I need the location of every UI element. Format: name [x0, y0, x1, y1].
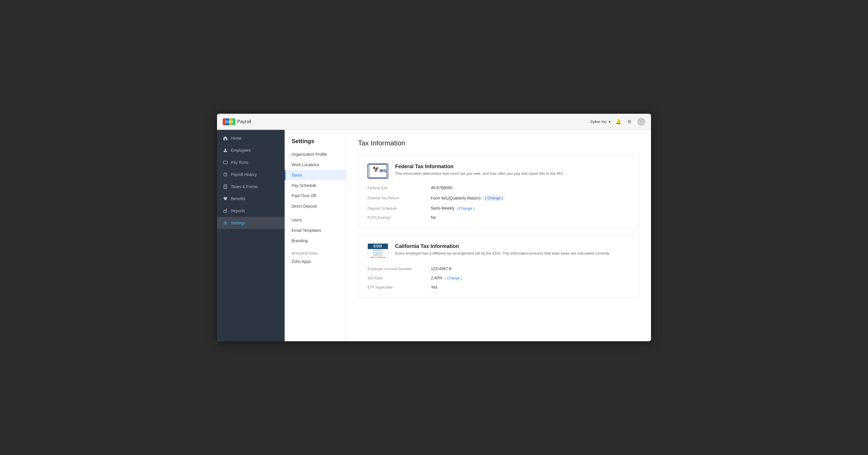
integrations-section-label: INTEGRATIONS [285, 249, 346, 256]
sidebar-item-payroll-history[interactable]: Payroll History [217, 168, 285, 180]
company-dropdown-icon: ▾ [609, 119, 611, 124]
edd-logo: EDD EmploymentDevelopmentDepartment Stat… [368, 243, 388, 258]
sidebar-item-taxes-forms[interactable]: Taxes & Forms [217, 180, 285, 193]
sidebar-label-benefits: Benefits [231, 196, 246, 201]
ett-applicable-row: ETT Applicable Yes [368, 285, 630, 289]
settings-sidebar: Settings Organization Profile Work Locat… [285, 130, 346, 341]
avatar[interactable] [637, 118, 645, 126]
zoho-logo: ZOHO [223, 118, 236, 125]
settings-nav-taxes[interactable]: Taxes [285, 170, 346, 180]
federal-tax-return-label: Federal Tax Return [368, 196, 431, 200]
federal-tax-card: 🦅 IRS Federal Tax Information This infor… [358, 155, 640, 228]
futa-exempt-label: FUTA Exempt [368, 216, 431, 220]
federal-ein-row: Federal EIN 45-6789090 [368, 186, 630, 190]
federal-tax-return-row: Federal Tax Return Form 941(Quarterly Re… [368, 195, 630, 201]
settings-nav-branding[interactable]: Branding [285, 235, 346, 246]
top-nav: ZOHO Payroll Zylker Inc. ▾ 🔔 ⚙ [217, 114, 651, 130]
california-description: Every employer has a different tax arran… [395, 251, 610, 255]
company-selector[interactable]: Zylker Inc. ▾ [590, 119, 611, 124]
california-fields: Employer Account Number 123-4567-8 SUI R… [368, 266, 630, 289]
edd-top: EDD [368, 243, 388, 249]
ett-applicable-label: ETT Applicable [368, 285, 431, 289]
sidebar-item-settings[interactable]: Settings [217, 217, 285, 229]
edd-bottom-text: EmploymentDevelopmentDepartment [373, 250, 383, 256]
sidebar-item-home[interactable]: Home [217, 132, 285, 144]
federal-description: This information determines how much tax… [395, 171, 564, 176]
main-content: Tax Information 🦅 IRS [346, 130, 651, 341]
deposit-schedule-label: Deposit Schedule [368, 206, 431, 210]
benefits-icon [223, 196, 228, 201]
main-layout: Home Employees Pay Runs Payroll History [217, 130, 651, 341]
sui-rate-label: SUI Rate [368, 276, 431, 280]
irs-logo: 🦅 IRS [368, 164, 388, 178]
futa-exempt-value: No [431, 215, 436, 220]
ett-applicable-value: Yes [431, 285, 437, 289]
settings-nav-zoho-apps[interactable]: Zoho Apps [285, 256, 346, 267]
top-nav-left: ZOHO Payroll [223, 118, 251, 125]
app-title: Payroll [237, 119, 251, 124]
california-card-header: EDD EmploymentDevelopmentDepartment Stat… [368, 243, 630, 259]
federal-tax-return-change-wrapper: ( Change ) [480, 195, 505, 201]
edd-state-text: State of California [370, 256, 385, 258]
edd-bottom: EmploymentDevelopmentDepartment State of… [369, 249, 386, 258]
employer-account-row: Employer Account Number 123-4567-8 [368, 266, 630, 271]
svg-point-9 [225, 222, 226, 224]
federal-fields: Federal EIN 45-6789090 Federal Tax Retur… [368, 186, 630, 220]
sidebar-label-reports: Reports [231, 208, 245, 213]
svg-text:IRS: IRS [380, 168, 387, 173]
sidebar-label-taxes-forms: Taxes & Forms [231, 184, 257, 189]
settings-nav-paid-time-off[interactable]: Paid Time Off [285, 191, 346, 201]
federal-tax-return-change[interactable]: ( Change ) [485, 196, 503, 200]
top-nav-right: Zylker Inc. ▾ 🔔 ⚙ [590, 118, 645, 126]
app-window: ZOHO Payroll Zylker Inc. ▾ 🔔 ⚙ Home [217, 114, 651, 341]
settings-nav-email-templates[interactable]: Email Templates [285, 225, 346, 235]
deposit-schedule-value: Semi-Weekly [431, 206, 455, 210]
deposit-schedule-row: Deposit Schedule Semi-Weekly ( Change ) [368, 206, 630, 210]
california-card-info: California Tax Information Every employe… [395, 243, 610, 255]
svg-rect-6 [223, 161, 227, 164]
employees-icon [223, 148, 228, 153]
sidebar-label-payroll-history: Payroll History [231, 172, 257, 177]
federal-card-header: 🦅 IRS Federal Tax Information This infor… [368, 164, 630, 178]
california-heading: California Tax Information [395, 243, 610, 249]
sui-rate-change[interactable]: ( Change ) [445, 276, 462, 280]
futa-exempt-row: FUTA Exempt No [368, 215, 630, 220]
california-tax-card: EDD EmploymentDevelopmentDepartment Stat… [358, 235, 640, 298]
home-icon [223, 136, 228, 141]
taxes-forms-icon [223, 184, 228, 189]
reports-icon [223, 208, 228, 214]
sidebar-label-employees: Employees [231, 148, 251, 153]
sidebar-label-settings: Settings [231, 221, 246, 225]
svg-point-5 [224, 149, 226, 150]
company-name: Zylker Inc. [590, 119, 608, 124]
sui-rate-value: 2.40% [431, 276, 442, 280]
deposit-schedule-change[interactable]: ( Change ) [457, 206, 474, 210]
sidebar: Home Employees Pay Runs Payroll History [217, 130, 285, 341]
edd-top-text: EDD [374, 244, 382, 248]
pay-runs-icon [223, 160, 228, 165]
sidebar-label-pay-runs: Pay Runs [231, 160, 248, 165]
svg-text:ZOHO: ZOHO [225, 120, 234, 123]
employer-account-label: Employer Account Number [368, 267, 431, 271]
sidebar-item-pay-runs[interactable]: Pay Runs [217, 157, 285, 168]
federal-tax-return-value: Form 941(Quarterly Return) [431, 196, 480, 200]
settings-nav-work-locations[interactable]: Work Locations [285, 160, 346, 170]
settings-title: Settings [285, 136, 346, 149]
sidebar-label-home: Home [231, 136, 242, 141]
settings-nav-direct-deposit[interactable]: Direct Deposit [285, 201, 346, 211]
federal-heading: Federal Tax Information [395, 164, 564, 170]
settings-nav-pay-schedule[interactable]: Pay Schedule [285, 180, 346, 191]
sidebar-item-reports[interactable]: Reports [217, 205, 285, 217]
sidebar-item-benefits[interactable]: Benefits [217, 193, 285, 205]
notification-icon[interactable]: 🔔 [615, 119, 622, 125]
payroll-history-icon [223, 172, 228, 177]
employer-account-value: 123-4567-8 [431, 266, 452, 271]
settings-nav-users[interactable]: Users [285, 215, 346, 225]
federal-ein-label: Federal EIN [368, 186, 431, 190]
gear-icon[interactable]: ⚙ [626, 119, 632, 125]
sui-rate-row: SUI Rate 2.40% ( Change ) [368, 276, 630, 280]
edd-logo-container: EDD EmploymentDevelopmentDepartment Stat… [368, 243, 388, 259]
logo-box: ZOHO Payroll [223, 118, 251, 125]
sidebar-item-employees[interactable]: Employees [217, 144, 285, 157]
settings-nav-org-profile[interactable]: Organization Profile [285, 149, 346, 160]
